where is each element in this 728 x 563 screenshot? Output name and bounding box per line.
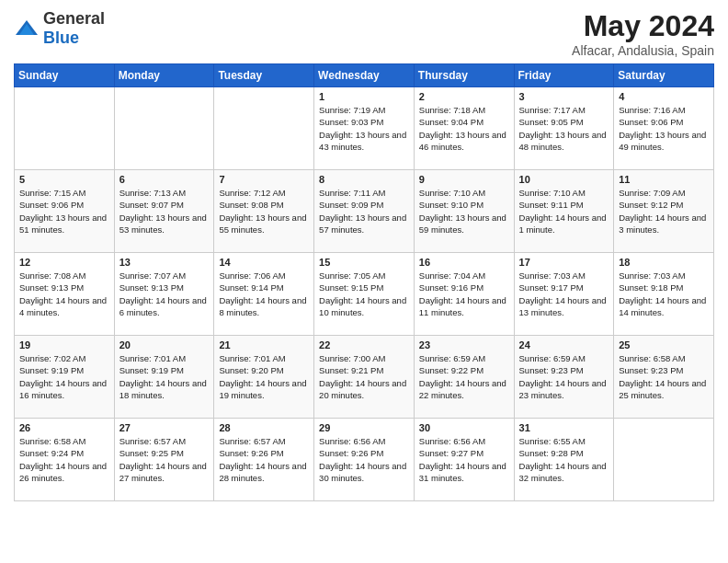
day-number: 5 [19, 174, 109, 185]
day-cell: 14Sunrise: 7:06 AM Sunset: 9:14 PM Dayli… [214, 253, 314, 336]
day-number: 20 [119, 339, 210, 350]
day-number: 9 [419, 174, 509, 185]
week-row-1: 1Sunrise: 7:19 AM Sunset: 9:03 PM Daylig… [15, 87, 714, 170]
day-cell: 31Sunrise: 6:55 AM Sunset: 9:28 PM Dayli… [514, 419, 614, 501]
day-info: Sunrise: 6:55 AM Sunset: 9:28 PM Dayligh… [519, 435, 609, 484]
day-number: 2 [419, 91, 509, 102]
day-info: Sunrise: 7:03 AM Sunset: 9:18 PM Dayligh… [619, 270, 709, 318]
day-number: 17 [519, 257, 609, 268]
calendar-body: 1Sunrise: 7:19 AM Sunset: 9:03 PM Daylig… [15, 87, 714, 501]
day-info: Sunrise: 7:07 AM Sunset: 9:13 PM Dayligh… [119, 270, 210, 318]
day-cell: 13Sunrise: 7:07 AM Sunset: 9:13 PM Dayli… [114, 253, 214, 336]
weekday-header-saturday: Saturday [614, 64, 714, 87]
page-header: General Blue May 2024 Alfacar, Andalusia… [14, 9, 714, 58]
day-number: 23 [419, 339, 509, 350]
day-cell: 26Sunrise: 6:58 AM Sunset: 9:24 PM Dayli… [15, 419, 115, 501]
day-info: Sunrise: 7:01 AM Sunset: 9:19 PM Dayligh… [119, 352, 210, 401]
logo-blue: Blue [43, 29, 79, 47]
weekday-header-row: SundayMondayTuesdayWednesdayThursdayFrid… [15, 64, 714, 87]
weekday-header-tuesday: Tuesday [214, 64, 314, 87]
day-cell: 29Sunrise: 6:56 AM Sunset: 9:26 PM Dayli… [314, 419, 415, 501]
day-cell: 12Sunrise: 7:08 AM Sunset: 9:13 PM Dayli… [15, 253, 115, 336]
day-cell: 2Sunrise: 7:18 AM Sunset: 9:04 PM Daylig… [414, 87, 514, 170]
day-info: Sunrise: 7:02 AM Sunset: 9:19 PM Dayligh… [19, 352, 109, 401]
day-number: 13 [119, 257, 210, 268]
day-info: Sunrise: 7:13 AM Sunset: 9:07 PM Dayligh… [119, 187, 210, 236]
day-info: Sunrise: 6:57 AM Sunset: 9:25 PM Dayligh… [119, 435, 210, 484]
day-number: 28 [219, 422, 309, 433]
day-cell: 4Sunrise: 7:16 AM Sunset: 9:06 PM Daylig… [614, 87, 714, 170]
day-info: Sunrise: 6:56 AM Sunset: 9:27 PM Dayligh… [419, 435, 509, 484]
day-cell: 6Sunrise: 7:13 AM Sunset: 9:07 PM Daylig… [114, 170, 214, 253]
logo-icon [14, 18, 40, 39]
calendar-subtitle: Alfacar, Andalusia, Spain [572, 43, 714, 58]
day-cell [15, 87, 115, 170]
day-number: 30 [419, 422, 509, 433]
day-number: 31 [519, 422, 609, 433]
day-number: 10 [519, 174, 609, 185]
day-info: Sunrise: 7:04 AM Sunset: 9:16 PM Dayligh… [419, 270, 509, 318]
logo-general: General [43, 9, 105, 28]
day-info: Sunrise: 7:10 AM Sunset: 9:11 PM Dayligh… [519, 187, 609, 236]
day-info: Sunrise: 7:17 AM Sunset: 9:05 PM Dayligh… [519, 104, 609, 153]
weekday-header-friday: Friday [514, 64, 614, 87]
title-block: May 2024 Alfacar, Andalusia, Spain [572, 9, 714, 58]
day-cell: 27Sunrise: 6:57 AM Sunset: 9:25 PM Dayli… [114, 419, 214, 501]
day-info: Sunrise: 6:57 AM Sunset: 9:26 PM Dayligh… [219, 435, 309, 484]
day-cell [214, 87, 314, 170]
calendar-table: SundayMondayTuesdayWednesdayThursdayFrid… [14, 63, 714, 501]
day-number: 19 [19, 339, 109, 350]
logo: General Blue [14, 9, 105, 48]
day-number: 16 [419, 257, 509, 268]
logo-text: General Blue [43, 9, 105, 48]
day-cell: 28Sunrise: 6:57 AM Sunset: 9:26 PM Dayli… [214, 419, 314, 501]
day-info: Sunrise: 7:09 AM Sunset: 9:12 PM Dayligh… [619, 187, 709, 236]
day-number: 27 [119, 422, 210, 433]
calendar-title: May 2024 [572, 9, 714, 43]
day-number: 4 [619, 91, 709, 102]
day-cell: 9Sunrise: 7:10 AM Sunset: 9:10 PM Daylig… [414, 170, 514, 253]
day-cell: 7Sunrise: 7:12 AM Sunset: 9:08 PM Daylig… [214, 170, 314, 253]
week-row-2: 5Sunrise: 7:15 AM Sunset: 9:06 PM Daylig… [15, 170, 714, 253]
week-row-3: 12Sunrise: 7:08 AM Sunset: 9:13 PM Dayli… [15, 253, 714, 336]
day-cell: 23Sunrise: 6:59 AM Sunset: 9:22 PM Dayli… [414, 336, 514, 419]
day-info: Sunrise: 7:08 AM Sunset: 9:13 PM Dayligh… [19, 270, 109, 318]
day-info: Sunrise: 6:59 AM Sunset: 9:22 PM Dayligh… [419, 352, 509, 401]
day-number: 25 [619, 339, 709, 350]
weekday-header-sunday: Sunday [15, 64, 115, 87]
day-number: 1 [319, 91, 409, 102]
weekday-header-thursday: Thursday [414, 64, 514, 87]
day-cell: 24Sunrise: 6:59 AM Sunset: 9:23 PM Dayli… [514, 336, 614, 419]
week-row-4: 19Sunrise: 7:02 AM Sunset: 9:19 PM Dayli… [15, 336, 714, 419]
day-info: Sunrise: 7:03 AM Sunset: 9:17 PM Dayligh… [519, 270, 609, 318]
day-info: Sunrise: 7:19 AM Sunset: 9:03 PM Dayligh… [319, 104, 409, 153]
day-number: 22 [319, 339, 409, 350]
weekday-header-monday: Monday [114, 64, 214, 87]
day-cell: 5Sunrise: 7:15 AM Sunset: 9:06 PM Daylig… [15, 170, 115, 253]
calendar-header: SundayMondayTuesdayWednesdayThursdayFrid… [15, 64, 714, 87]
day-number: 14 [219, 257, 309, 268]
day-info: Sunrise: 6:58 AM Sunset: 9:23 PM Dayligh… [619, 352, 709, 401]
week-row-5: 26Sunrise: 6:58 AM Sunset: 9:24 PM Dayli… [15, 419, 714, 501]
day-info: Sunrise: 7:18 AM Sunset: 9:04 PM Dayligh… [419, 104, 509, 153]
day-cell: 22Sunrise: 7:00 AM Sunset: 9:21 PM Dayli… [314, 336, 415, 419]
day-cell: 19Sunrise: 7:02 AM Sunset: 9:19 PM Dayli… [15, 336, 115, 419]
day-number: 26 [19, 422, 109, 433]
day-info: Sunrise: 6:56 AM Sunset: 9:26 PM Dayligh… [319, 435, 409, 484]
day-cell: 20Sunrise: 7:01 AM Sunset: 9:19 PM Dayli… [114, 336, 214, 419]
day-cell: 17Sunrise: 7:03 AM Sunset: 9:17 PM Dayli… [514, 253, 614, 336]
weekday-header-wednesday: Wednesday [314, 64, 415, 87]
day-cell: 10Sunrise: 7:10 AM Sunset: 9:11 PM Dayli… [514, 170, 614, 253]
day-number: 21 [219, 339, 309, 350]
day-number: 18 [619, 257, 709, 268]
day-number: 7 [219, 174, 309, 185]
day-cell [614, 419, 714, 501]
day-cell: 30Sunrise: 6:56 AM Sunset: 9:27 PM Dayli… [414, 419, 514, 501]
day-number: 8 [319, 174, 409, 185]
day-info: Sunrise: 6:59 AM Sunset: 9:23 PM Dayligh… [519, 352, 609, 401]
day-number: 15 [319, 257, 409, 268]
day-cell: 11Sunrise: 7:09 AM Sunset: 9:12 PM Dayli… [614, 170, 714, 253]
day-number: 29 [319, 422, 409, 433]
day-number: 6 [119, 174, 210, 185]
day-info: Sunrise: 7:06 AM Sunset: 9:14 PM Dayligh… [219, 270, 309, 318]
